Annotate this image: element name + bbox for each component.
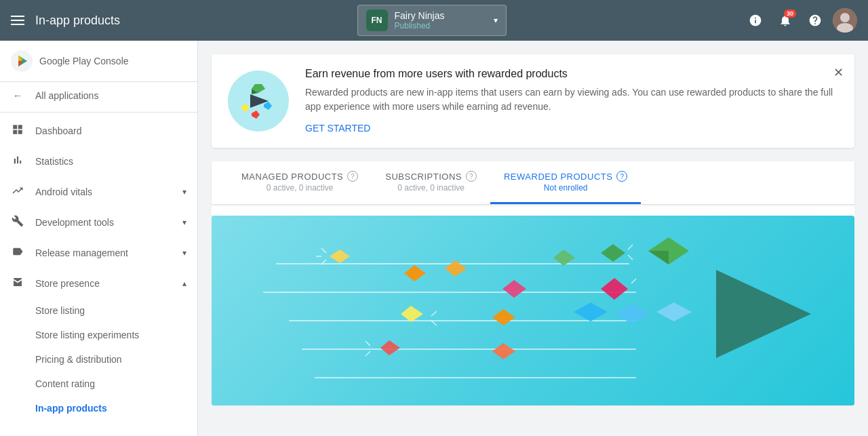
google-play-logo — [11, 50, 33, 72]
svg-marker-15 — [330, 250, 350, 263]
tab-subscriptions[interactable]: SUBSCRIPTIONS ? 0 active, 0 inactive — [372, 161, 490, 204]
back-icon: ← — [11, 90, 24, 101]
sidebar-label-store-presence: Store presence — [35, 278, 100, 289]
sidebar-sub-in-app-products[interactable]: In-app products — [0, 396, 197, 420]
tag-icon — [11, 245, 24, 260]
rewarded-products-illustration — [212, 216, 854, 405]
tabs-section: MANAGED PRODUCTS ? 0 active, 0 inactive … — [212, 161, 854, 405]
svg-line-29 — [631, 279, 636, 283]
header-left: In-app products — [11, 14, 120, 28]
app-header: In-app products FN Fairy Ninjas Publishe… — [0, 0, 868, 41]
gems-illustration — [212, 216, 854, 405]
svg-marker-26 — [648, 251, 669, 264]
info-icon-subscriptions[interactable]: ? — [466, 171, 477, 182]
svg-marker-37 — [380, 340, 400, 355]
banner-image — [228, 71, 289, 132]
sidebar-sub-label-store-listing-experiments: Store listing experiments — [35, 330, 139, 340]
chevron-up-icon: ▴ — [182, 279, 186, 288]
svg-marker-20 — [445, 260, 467, 277]
app-selector[interactable]: FN Fairy Ninjas Published ▾ — [357, 5, 507, 36]
close-banner-button[interactable]: ✕ — [833, 65, 844, 80]
svg-marker-19 — [404, 265, 426, 281]
sidebar-sub-label-content-rating: Content rating — [35, 378, 95, 389]
banner-title: Earn revenue from more users with reward… — [305, 68, 838, 80]
app-name: Fairy Ninjas — [395, 10, 487, 21]
sidebar-logo: Google Play Console — [0, 41, 197, 82]
svg-point-1 — [840, 13, 850, 22]
chevron-right-icon-3: ▾ — [182, 248, 186, 258]
tab-label-subscriptions: SUBSCRIPTIONS — [385, 172, 462, 182]
sidebar-back-label: All applications — [35, 90, 98, 101]
tab-rewarded-products[interactable]: REWARDED PRODUCTS ? Not enrolled — [490, 161, 641, 204]
sidebar-divider-1 — [0, 112, 197, 113]
sidebar-back[interactable]: ← All applications — [0, 82, 197, 109]
svg-line-23 — [628, 245, 633, 250]
sidebar-sub-label-in-app-products: In-app products — [35, 403, 107, 414]
svg-marker-36 — [656, 302, 692, 321]
pulse-icon — [11, 184, 24, 199]
svg-line-39 — [366, 351, 370, 356]
sidebar-sub-label-pricing-distribution: Pricing & distribution — [35, 354, 122, 365]
hamburger-menu[interactable] — [11, 16, 24, 25]
help-icon — [808, 14, 822, 27]
sidebar-sub-store-listing[interactable]: Store listing — [0, 298, 197, 323]
sidebar-item-development-tools[interactable]: Development tools ▾ — [0, 207, 197, 237]
svg-marker-30 — [401, 306, 423, 322]
svg-marker-35 — [614, 304, 650, 324]
svg-marker-22 — [601, 244, 625, 262]
svg-line-16 — [321, 248, 326, 253]
tab-label-rewarded-products: REWARDED PRODUCTS — [504, 172, 612, 182]
svg-line-32 — [431, 321, 437, 325]
sidebar-item-android-vitals[interactable]: Android vitals ▾ — [0, 176, 197, 207]
tab-sub-rewarded-products: Not enrolled — [504, 183, 627, 193]
sidebar-label-dashboard: Dashboard — [35, 125, 82, 136]
store-icon — [11, 276, 24, 290]
info-icon-rewarded[interactable]: ? — [616, 171, 627, 182]
main-layout: Google Play Console ← All applications D… — [0, 41, 868, 436]
user-avatar[interactable] — [833, 8, 857, 33]
grid-icon — [11, 123, 24, 138]
sidebar-label-android-vitals: Android vitals — [35, 186, 92, 197]
banner-description: Rewarded products are new in-app items t… — [305, 85, 838, 114]
tab-label-managed-products: MANAGED PRODUCTS — [241, 172, 343, 182]
chevron-right-icon-2: ▾ — [182, 218, 186, 227]
tab-managed-products[interactable]: MANAGED PRODUCTS ? 0 active, 0 inactive — [228, 161, 372, 204]
sidebar-sub-pricing-distribution[interactable]: Pricing & distribution — [0, 347, 197, 372]
notification-badge: 30 — [784, 9, 796, 18]
sidebar-item-statistics[interactable]: Statistics — [0, 146, 197, 176]
sidebar-sub-store-listing-experiments[interactable]: Store listing experiments — [0, 323, 197, 347]
info-button[interactable] — [743, 8, 768, 33]
sidebar-label-development-tools: Development tools — [35, 217, 114, 228]
sidebar-label-release-management: Release management — [35, 247, 128, 258]
avatar-image — [833, 8, 857, 33]
sidebar-label-statistics: Statistics — [35, 156, 73, 167]
svg-line-24 — [628, 255, 633, 260]
svg-marker-41 — [716, 270, 811, 358]
sidebar-item-release-management[interactable]: Release management ▾ — [0, 237, 197, 268]
svg-marker-27 — [502, 280, 526, 298]
bar-chart-icon — [11, 154, 24, 168]
logo-text: Google Play Console — [39, 56, 129, 66]
sidebar-sub-content-rating[interactable]: Content rating — [0, 372, 197, 396]
info-icon-managed[interactable]: ? — [347, 171, 358, 182]
main-content: Earn revenue from more users with reward… — [198, 41, 868, 436]
svg-line-31 — [431, 311, 437, 316]
sidebar-item-dashboard[interactable]: Dashboard — [0, 115, 197, 146]
tab-sub-managed-products: 0 active, 0 inactive — [241, 183, 358, 193]
notifications-button[interactable]: 30 — [773, 8, 797, 33]
get-started-link[interactable]: GET STARTED — [305, 123, 370, 134]
wrench-icon — [11, 215, 24, 229]
header-center: FN Fairy Ninjas Published ▾ — [120, 5, 743, 36]
banner-text: Earn revenue from more users with reward… — [305, 68, 838, 134]
sidebar-item-store-presence[interactable]: Store presence ▴ — [0, 268, 197, 298]
help-button[interactable] — [803, 8, 827, 33]
rewarded-products-banner: Earn revenue from more users with reward… — [212, 54, 854, 148]
svg-marker-21 — [553, 250, 575, 266]
page-title: In-app products — [35, 14, 120, 28]
svg-line-38 — [366, 341, 370, 346]
svg-marker-28 — [601, 278, 628, 300]
app-info: Fairy Ninjas Published — [395, 10, 487, 31]
sidebar: Google Play Console ← All applications D… — [0, 41, 198, 436]
app-status: Published — [395, 21, 487, 31]
tab-sub-subscriptions: 0 active, 0 inactive — [385, 183, 477, 193]
